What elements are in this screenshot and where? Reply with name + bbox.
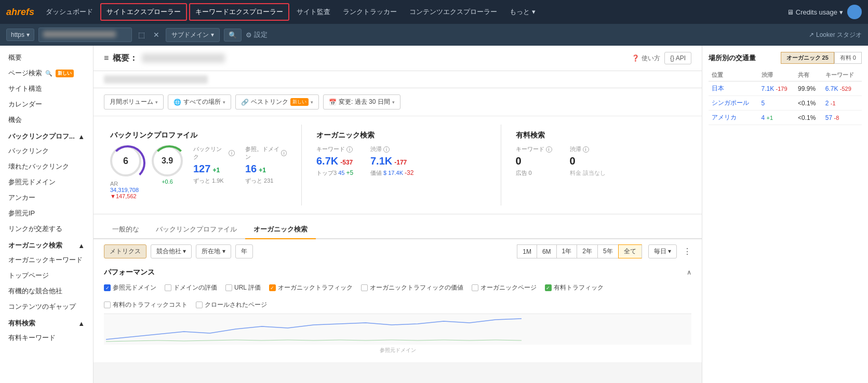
chevron-up-icon: ▲ [78, 242, 85, 250]
monthly-volume-btn[interactable]: 月間ボリューム ▾ [104, 94, 164, 110]
time-1y-btn[interactable]: 1年 [556, 244, 577, 258]
location-btn[interactable]: 所在地 ▾ [196, 244, 231, 258]
all-locations-btn[interactable]: 🌐 すべての場所 ▾ [168, 94, 231, 110]
more-options-btn[interactable]: ⋮ [683, 247, 691, 256]
chevron-down-icon: ▾ [311, 100, 313, 105]
checkbox-unchecked [225, 284, 232, 291]
chevron-down-icon: ▾ [223, 100, 225, 105]
sidebar-item-content-gap[interactable]: コンテンツのギャップ [0, 299, 93, 314]
cb-organic-pages[interactable]: オーガニックページ [472, 283, 537, 292]
divider [301, 125, 302, 206]
search-btn[interactable]: 🔍 [224, 29, 242, 42]
dr-circle: 6 [110, 145, 141, 176]
url-input[interactable] [38, 28, 132, 42]
nav-rank-tracker[interactable]: ランクトラッカー [338, 4, 402, 20]
traffic-tab-paid[interactable]: 有料 0 [834, 52, 862, 64]
time-5y-btn[interactable]: 5年 [597, 244, 618, 258]
paid-search-title: 有料検索 [516, 131, 686, 140]
organic-traffic-col: 渋滞 i 7.1K -177 価値 $ 17.4K -32 [370, 145, 413, 177]
performance-title: パフォーマンス ∧ [104, 264, 691, 279]
page-title: ≡ 概要： [104, 53, 225, 64]
close-btn[interactable]: ✕ [151, 29, 162, 41]
metrics-btn[interactable]: メトリクス [104, 244, 146, 258]
open-external-btn[interactable]: ⬚ [136, 29, 147, 41]
paid-search-panel: 有料検索 キーワード i 0 広告 [510, 125, 692, 206]
traffic-tab-organic[interactable]: オーガニック 25 [781, 52, 834, 64]
cb-paid-traffic-cost[interactable]: 有料のトラフィックコスト [104, 300, 188, 309]
info-icon[interactable]: i [383, 146, 390, 153]
sub-nav: https ▾ ⬚ ✕ サブドメイン ▾ 🔍 ⚙ 設定 ↗ Looker スタジ… [0, 24, 868, 46]
info-icon[interactable]: i [583, 146, 589, 153]
traffic-tabs: オーガニック 25 有料 0 [781, 52, 862, 64]
ref-domains-value: 16 +1 [245, 163, 287, 175]
organic-search-title: オーガニック検索 [316, 131, 486, 140]
chevron-down-icon: ▾ [392, 100, 395, 105]
help-btn[interactable]: ❓ 使い方 [632, 54, 660, 63]
credits-usage-btn[interactable]: 🖥 Credits usage ▾ [787, 8, 843, 16]
info-icon[interactable]: i [281, 150, 287, 156]
year-btn[interactable]: 年 [235, 244, 253, 258]
cb-url-rating[interactable]: URL 評価 [225, 283, 261, 292]
freq-btn[interactable]: 毎日 ▾ [648, 244, 677, 258]
user-avatar[interactable] [847, 5, 862, 19]
tab-general[interactable]: 一般的な [104, 221, 148, 239]
sidebar-item-calendar[interactable]: カレンダー [0, 97, 93, 112]
settings-btn[interactable]: ⚙ 設定 [246, 30, 268, 39]
nav-content-explorer[interactable]: コンテンツエクスプローラー [404, 4, 502, 20]
paid-traffic-col: 渋滞 i 0 料金 該当なし [570, 145, 611, 177]
time-all-btn[interactable]: 全て [618, 244, 642, 258]
ref-domains-col: 参照。ドメイン i 16 +1 ずっと 231 [245, 145, 287, 185]
info-icon[interactable]: i [229, 150, 235, 156]
sidebar-item-competitors[interactable]: 有機的な競合他社 [0, 283, 93, 299]
cb-organic-traffic[interactable]: ✓ オーガニックトラフィック [269, 283, 353, 292]
competitors-btn[interactable]: 競合他社 ▾ [151, 244, 192, 258]
tab-backlink-profile[interactable]: バックリンクプロファイル [148, 221, 245, 239]
time-1m-btn[interactable]: 1M [517, 244, 537, 258]
sub-nav-right: ↗ Looker スタジオ [809, 31, 862, 39]
time-2y-btn[interactable]: 2年 [577, 244, 597, 258]
cb-paid-traffic[interactable]: ✓ 有料トラフィック [545, 283, 604, 292]
cb-organic-traffic-value[interactable]: オーガニックトラフィックの価値 [361, 283, 463, 292]
sidebar-item-ref-domains[interactable]: 参照元ドメイン [0, 174, 93, 190]
sidebar-item-opportunity[interactable]: 機会 [0, 112, 93, 128]
best-link-btn[interactable]: 🔗 ベストリンク 新しい ▾ [235, 94, 319, 110]
sidebar-item-ref-ip[interactable]: 参照元IP [0, 206, 93, 221]
chevron-down-icon: ▾ [839, 8, 843, 16]
sidebar-item-paid-keywords[interactable]: 有料キーワード [0, 330, 93, 346]
hamburger-icon: ≡ [104, 53, 109, 63]
monitor-icon: 🖥 [787, 8, 794, 16]
cb-ref-domains[interactable]: ✓ 参照元ドメイン [104, 283, 156, 292]
sidebar-item-site-structure[interactable]: サイト構造 [0, 81, 93, 97]
nav-right: 🖥 Credits usage ▾ [787, 5, 862, 19]
sidebar-item-page-search[interactable]: ページ検索 🔍 新しい [0, 65, 93, 81]
nav-site-explorer[interactable]: サイトエクスプローラー [100, 3, 187, 21]
chevron-down-icon: ▾ [155, 100, 158, 105]
sidebar-item-top-pages[interactable]: トップページ [0, 268, 93, 283]
protocol-select[interactable]: https ▾ [6, 29, 34, 41]
sidebar-item-anchors[interactable]: アンカー [0, 190, 93, 206]
collapse-btn[interactable]: ∧ [687, 269, 691, 276]
sidebar-item-overview[interactable]: 概要 [0, 50, 93, 65]
chevron-up-icon: ▲ [78, 133, 85, 141]
time-6m-btn[interactable]: 6M [537, 244, 556, 258]
sidebar-item-link-intersect[interactable]: リンクが交差する [0, 221, 93, 237]
subdomain-btn[interactable]: サブドメイン ▾ [166, 28, 220, 42]
nav-more[interactable]: もっと ▾ [504, 4, 541, 20]
sidebar-item-broken-backlinks[interactable]: 壊れたバックリンク [0, 159, 93, 174]
sidebar-item-backlinks[interactable]: バックリンク [0, 143, 93, 159]
info-icon[interactable]: i [346, 146, 353, 153]
chevron-down-icon: ▾ [532, 8, 536, 16]
nav-dashboard[interactable]: ダッシュボード [41, 4, 98, 20]
looker-btn[interactable]: ↗ Looker スタジオ [809, 31, 862, 39]
cb-domain-rating[interactable]: ドメインの評価 [165, 283, 217, 292]
nav-site-audit[interactable]: サイト監査 [291, 4, 336, 20]
change-period-btn[interactable]: 📅 変更: 過去 30 日間 ▾ [323, 94, 400, 110]
sidebar-item-organic-keywords[interactable]: オーガニックキーワード [0, 252, 93, 268]
link-icon: 🔗 [241, 99, 249, 106]
chart-bottom-label: 参照元ドメイン [104, 347, 691, 354]
nav-keyword-explorer[interactable]: キーワードエクスプローラー [189, 3, 289, 21]
tab-organic-search[interactable]: オーガニック検索 [245, 221, 316, 239]
api-btn[interactable]: {} API [664, 52, 691, 64]
info-icon[interactable]: i [546, 146, 552, 153]
cb-crawled-pages[interactable]: クロールされたページ [196, 300, 267, 309]
